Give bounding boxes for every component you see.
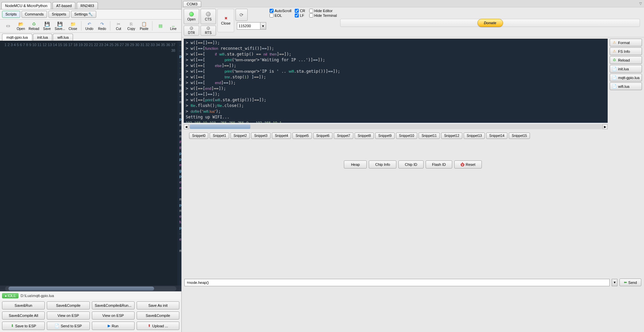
- btn-fsinfo[interactable]: ⚠FS Info: [610, 47, 642, 55]
- subtab-settings[interactable]: Settings🔧: [71, 11, 97, 18]
- run-icon: ▶: [108, 324, 110, 328]
- baudrate-input[interactable]: [237, 22, 260, 30]
- tb-reload[interactable]: ♻Reload: [28, 21, 40, 31]
- btn-run[interactable]: ▶Run: [92, 322, 135, 330]
- btn-reset[interactable]: ⏻Reset: [454, 160, 482, 169]
- snippet-3[interactable]: Snippet3: [251, 133, 270, 139]
- tb-cut[interactable]: ✂Cut: [112, 21, 124, 31]
- editor-scrollbar[interactable]: [0, 286, 181, 291]
- tb-block[interactable]: ▤: [154, 21, 167, 31]
- send-icon: 📄: [55, 324, 59, 328]
- btn-flashid[interactable]: Flash ID: [426, 160, 452, 169]
- close-x-icon: ✖: [224, 16, 227, 21]
- espfile-mqtt[interactable]: 📄mqtt-gpio.lua: [610, 74, 642, 81]
- esp-file-panel: ⚠Format ⚠FS Info ♻Reload 📄init.lua 📄mqtt…: [608, 39, 642, 123]
- subtab-scripts[interactable]: Scripts: [2, 11, 20, 18]
- subtab-snippets[interactable]: Snippets: [48, 11, 70, 18]
- send-history-dropdown[interactable]: ▾: [612, 279, 617, 286]
- serial-rts[interactable]: RTS: [201, 26, 216, 36]
- snippet-9[interactable]: Snippet9: [375, 133, 394, 139]
- snippet-13[interactable]: Snippet13: [464, 133, 485, 139]
- tb-close[interactable]: 📁Close: [67, 21, 79, 31]
- tb-new[interactable]: ▭: [2, 21, 14, 31]
- btn-reload-fs[interactable]: ♻Reload: [610, 56, 642, 64]
- btn-view-esp-1[interactable]: View on ESP: [47, 311, 90, 320]
- tab-atbased[interactable]: AT-based: [52, 2, 75, 9]
- save-icon: 💾: [44, 21, 50, 27]
- filetab-mqtt[interactable]: mqtt-gpio.lua: [2, 34, 32, 41]
- paste-icon: 📋: [141, 21, 147, 27]
- snippet-4[interactable]: Snippet4: [272, 133, 291, 139]
- serial-toolbar: Open CTS DTR RTS ✖ Close ⟳ ▾ A: [182, 7, 644, 37]
- snippet-5[interactable]: Snippet5: [292, 133, 312, 139]
- chk-hide-terminal[interactable]: Hide Terminal: [309, 13, 337, 17]
- chk-cr[interactable]: CR: [295, 9, 305, 13]
- snippet-15[interactable]: Snippet15: [509, 133, 530, 139]
- code-editor[interactable]: 1 2 3 4 5 6 7 8 9 10 11 12 13 14 15 16 1…: [0, 41, 181, 286]
- btn-save-compile-all[interactable]: Save&Compile All: [2, 311, 45, 320]
- btn-save-compile-2[interactable]: Save&Compile: [137, 311, 179, 320]
- baudrate-dropdown[interactable]: ▾: [260, 22, 266, 30]
- subtab-commands[interactable]: Commands: [22, 11, 47, 18]
- snippet-2[interactable]: Snippet2: [230, 133, 250, 139]
- btn-save-run[interactable]: Save&Run: [2, 301, 45, 309]
- snippet-14[interactable]: Snippet14: [486, 133, 507, 139]
- chk-hide-editor[interactable]: Hide Editor: [309, 9, 337, 13]
- fsinfo-icon: ⚠: [612, 49, 617, 53]
- espfile-wifi[interactable]: 📄wifi.lua: [610, 82, 642, 90]
- tb-save[interactable]: 💾Save: [41, 21, 53, 31]
- tb-copy[interactable]: ⎘Copy: [125, 21, 137, 31]
- tab-rn2483[interactable]: RN2483: [77, 2, 98, 9]
- snippet-12[interactable]: Snippet12: [441, 133, 462, 139]
- chk-eol[interactable]: EOL: [270, 13, 291, 17]
- btn-save-compile[interactable]: Save&Compile: [47, 301, 90, 309]
- tb-line[interactable]: ⎯Line: [167, 21, 179, 31]
- filetab-init[interactable]: init.lua: [33, 34, 52, 41]
- collapse-icon[interactable]: ▽: [639, 2, 642, 5]
- snippet-10[interactable]: Snippet10: [396, 133, 417, 139]
- chk-autoscroll[interactable]: AutoScroll: [270, 9, 291, 13]
- tb-saveas[interactable]: 💾Save...: [54, 21, 66, 31]
- btn-send-to-esp[interactable]: 📄Send to ESP: [47, 322, 90, 330]
- espfile-init[interactable]: 📄init.lua: [610, 65, 642, 73]
- left-top-tabs: NodeMCU & MicroPython AT-based RN2483: [0, 0, 181, 9]
- tb-paste[interactable]: 📋Paste: [138, 21, 150, 31]
- snippet-7[interactable]: Snippet7: [334, 133, 353, 139]
- code-area[interactable]: ------------Connect mqtt subscribe topic…: [177, 41, 181, 286]
- tb-redo[interactable]: ↷Redo: [96, 21, 108, 31]
- snippet-1[interactable]: Snippet1: [210, 133, 229, 139]
- btn-heap[interactable]: Heap: [344, 160, 367, 169]
- terminal-scrollbar[interactable]: ◀▶: [184, 124, 608, 129]
- filetab-wifi[interactable]: wifi.lua: [53, 34, 73, 41]
- com-tab[interactable]: COM3: [183, 1, 201, 7]
- serial-refresh[interactable]: ⟳: [236, 9, 248, 21]
- serial-open[interactable]: Open: [184, 9, 199, 24]
- cts-led-icon: [206, 12, 211, 16]
- snippet-8[interactable]: Snippet8: [355, 133, 374, 139]
- send-button[interactable]: ⬅Send: [619, 279, 641, 286]
- tb-open[interactable]: 📂Open: [15, 21, 27, 31]
- btn-view-esp-2[interactable]: View on ESP: [92, 311, 135, 320]
- serial-close[interactable]: ✖ Close: [217, 9, 234, 32]
- btn-upload[interactable]: ⬆Upload ...: [137, 322, 179, 330]
- btn-save-to-esp[interactable]: ⬇Save to ESP: [2, 322, 45, 330]
- btn-save-as-init[interactable]: Save As init: [137, 301, 179, 309]
- btn-format[interactable]: ⚠Format: [610, 39, 642, 46]
- snippet-0[interactable]: Snippet0: [189, 133, 208, 139]
- saveas-icon: 💾: [57, 21, 63, 27]
- donate-button[interactable]: Donate: [477, 19, 503, 27]
- serial-cts[interactable]: CTS: [201, 9, 216, 24]
- terminal[interactable]: > w([==[]==]); > w([==[function reconnec…: [184, 39, 608, 123]
- snippet-11[interactable]: Snippet11: [419, 133, 440, 139]
- btn-chipid[interactable]: Chip ID: [398, 160, 424, 169]
- snippet-6[interactable]: Snippet6: [313, 133, 332, 139]
- down-icon: ⬇: [11, 324, 14, 328]
- upload-icon: ⬆: [148, 324, 151, 328]
- btn-chipinfo[interactable]: Chip Info: [369, 160, 396, 169]
- send-input[interactable]: [184, 279, 610, 286]
- chk-lf[interactable]: LF: [295, 13, 305, 17]
- tb-undo[interactable]: ↶Undo: [83, 21, 95, 31]
- btn-save-compile-run[interactable]: Save&Compile&Run...: [92, 301, 135, 309]
- tab-nodemcu[interactable]: NodeMCU & MicroPython: [1, 2, 51, 9]
- serial-dtr[interactable]: DTR: [184, 26, 199, 36]
